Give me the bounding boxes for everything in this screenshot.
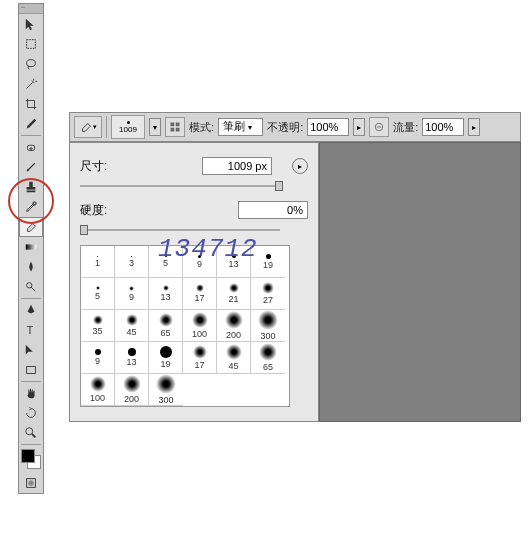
svg-rect-15 (176, 123, 180, 127)
eyedropper-tool[interactable] (19, 114, 43, 134)
brush-preset[interactable]: 300 (251, 310, 285, 342)
eraser-tool[interactable] (19, 217, 43, 237)
brush-preset[interactable]: 200 (115, 374, 149, 406)
pen-tool[interactable] (19, 300, 43, 320)
history-brush-tool[interactable] (19, 197, 43, 217)
zoom-tool[interactable] (19, 423, 43, 443)
mode-select[interactable]: 筆刷 ▾ (218, 118, 263, 136)
brush-preset-picker[interactable]: 1009 (111, 115, 145, 139)
brush-preset[interactable]: 13 (115, 342, 149, 374)
brush-preset[interactable]: 65 (251, 342, 285, 374)
brush-preset[interactable]: 17 (183, 278, 217, 310)
svg-point-11 (26, 428, 33, 435)
move-tool[interactable] (19, 14, 43, 34)
blur-tool[interactable] (19, 257, 43, 277)
hand-tool[interactable] (19, 383, 43, 403)
heal-tool[interactable] (19, 137, 43, 157)
hardness-slider[interactable] (80, 223, 280, 237)
flow-input[interactable] (422, 118, 464, 136)
brush-preset[interactable]: 45 (115, 310, 149, 342)
brush-preset[interactable]: 13 (149, 278, 183, 310)
tool-palette: ·· T (18, 3, 44, 494)
toolbar-grip[interactable]: ·· (19, 4, 43, 14)
svg-rect-0 (27, 40, 36, 49)
rotate-tool[interactable] (19, 403, 43, 423)
flow-label: 流量: (393, 120, 418, 135)
brush-preset[interactable]: 100 (81, 374, 115, 406)
brush-panel-toggle[interactable] (165, 117, 185, 137)
size-label: 尺寸: (80, 158, 130, 175)
type-tool[interactable]: T (19, 320, 43, 340)
svg-rect-10 (27, 367, 36, 374)
lasso-tool[interactable] (19, 54, 43, 74)
brush-preset[interactable]: 65 (149, 310, 183, 342)
brush-preset[interactable]: 200 (217, 310, 251, 342)
brush-preset[interactable]: 9 (81, 342, 115, 374)
brush-preset[interactable]: 5 (81, 278, 115, 310)
size-slider[interactable] (80, 179, 280, 193)
svg-point-1 (27, 60, 36, 67)
brush-preset[interactable]: 19 (251, 246, 285, 278)
brush-grid: 1359131959131721273545651002003009131917… (80, 245, 290, 407)
brush-preset[interactable]: 9 (115, 278, 149, 310)
brush-tool[interactable] (19, 157, 43, 177)
svg-rect-17 (176, 128, 180, 132)
flow-arrow[interactable]: ▸ (468, 118, 480, 136)
gradient-tool[interactable] (19, 237, 43, 257)
wand-tool[interactable] (19, 74, 43, 94)
brush-size-label: 1009 (119, 125, 137, 134)
canvas-area[interactable] (319, 142, 521, 422)
svg-rect-14 (171, 123, 175, 127)
opacity-input[interactable] (307, 118, 349, 136)
brush-preset[interactable]: 100 (183, 310, 217, 342)
pressure-opacity-icon[interactable] (369, 117, 389, 137)
svg-rect-7 (26, 244, 37, 249)
shape-tool[interactable] (19, 360, 43, 380)
brush-preset[interactable]: 5 (149, 246, 183, 278)
fg-swatch[interactable] (21, 449, 35, 463)
flyout-button[interactable]: ▸ (292, 158, 308, 174)
size-input[interactable] (202, 157, 272, 175)
dodge-tool[interactable] (19, 277, 43, 297)
brush-dropdown[interactable]: ▾ (149, 118, 161, 136)
svg-text:T: T (27, 324, 34, 336)
svg-rect-3 (29, 182, 33, 187)
svg-point-13 (28, 480, 33, 485)
brush-preset[interactable]: 9 (183, 246, 217, 278)
brush-preset-panel: 尺寸: ▸ 硬度: 135913195913172127354565100200… (69, 142, 319, 422)
brush-preset[interactable]: 3 (115, 246, 149, 278)
brush-preset[interactable]: 35 (81, 310, 115, 342)
svg-rect-4 (27, 187, 36, 190)
svg-rect-5 (27, 191, 36, 193)
brush-preset[interactable]: 21 (217, 278, 251, 310)
brush-preset[interactable]: 17 (183, 342, 217, 374)
brush-preset[interactable]: 19 (149, 342, 183, 374)
mode-label: 模式: (189, 120, 214, 135)
opacity-arrow[interactable]: ▸ (353, 118, 365, 136)
opacity-label: 不透明: (267, 120, 303, 135)
brush-preset[interactable]: 300 (149, 374, 183, 406)
brush-preset[interactable]: 13 (217, 246, 251, 278)
brush-preset[interactable]: 27 (251, 278, 285, 310)
hardness-input[interactable] (238, 201, 308, 219)
crop-tool[interactable] (19, 94, 43, 114)
hardness-label: 硬度: (80, 202, 130, 219)
svg-rect-16 (171, 128, 175, 132)
mask-mode[interactable] (19, 473, 43, 493)
current-tool-icon[interactable]: ▾ (74, 116, 102, 138)
marquee-tool[interactable] (19, 34, 43, 54)
path-tool[interactable] (19, 340, 43, 360)
color-swatches[interactable] (19, 447, 43, 471)
stamp-tool[interactable] (19, 177, 43, 197)
brush-preset[interactable]: 1 (81, 246, 115, 278)
options-bar: ▾ 1009 ▾ 模式: 筆刷 ▾ 不透明: ▸ 流量: ▸ (69, 112, 521, 142)
brush-preset[interactable]: 45 (217, 342, 251, 374)
